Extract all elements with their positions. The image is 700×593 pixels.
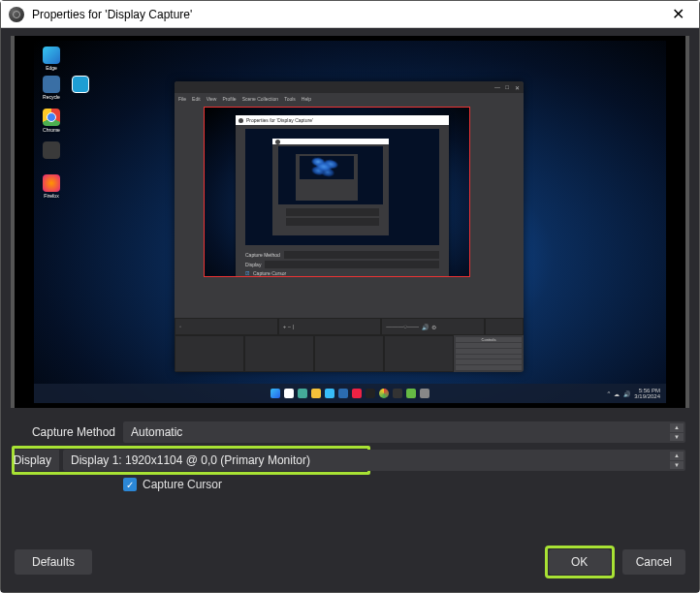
- capture-method-value: Automatic: [131, 425, 182, 439]
- capture-method-row: Capture Method Automatic ▲▼: [15, 421, 685, 443]
- chevron-up-icon[interactable]: ▲: [670, 423, 684, 432]
- display-row-highlighted: Display Display 1: 1920x1104 @ 0,0 (Prim…: [15, 449, 685, 472]
- minimize-icon: —: [494, 84, 500, 90]
- taskbar-icon: [393, 389, 402, 398]
- desktop-icons-row2: Recycle: [40, 76, 92, 109]
- nested-preview: Properties for 'Display Capture': [204, 107, 470, 277]
- display-select-ext[interactable]: ▲▼: [366, 450, 685, 471]
- capture-method-label: Capture Method: [15, 425, 123, 439]
- desktop-icon-recycle: Recycle: [40, 76, 63, 103]
- desktop-icon-firefox: Firefox: [40, 174, 63, 202]
- nested-titlebar: — □ ✕: [175, 81, 524, 93]
- chevron-down-icon[interactable]: ▼: [670, 433, 684, 442]
- defaults-button[interactable]: Defaults: [15, 549, 92, 575]
- chevron-up-icon[interactable]: ▲: [670, 452, 684, 460]
- nested-properties-dialog: Properties for 'Display Capture': [236, 115, 449, 276]
- spin-buttons[interactable]: ▲▼: [670, 452, 684, 469]
- wifi-icon: 🔊: [623, 390, 630, 397]
- chrome-taskbar-icon: [379, 389, 389, 398]
- explorer-icon: [311, 389, 321, 398]
- capture-cursor-checkbox[interactable]: ✓: [123, 478, 137, 491]
- titlebar: Properties for 'Display Capture' ✕: [1, 1, 699, 28]
- nested-menubar: FileEditViewProfileScene CollectionTools…: [175, 93, 524, 105]
- cancel-button[interactable]: Cancel: [622, 549, 685, 575]
- cloud-icon: ☁: [614, 390, 620, 397]
- start-icon: [270, 389, 280, 398]
- edge-icon: [325, 389, 334, 398]
- tray-icon: ^: [607, 390, 610, 396]
- chevron-down-icon[interactable]: ▼: [670, 461, 684, 470]
- ok-button[interactable]: OK: [549, 549, 611, 575]
- preview-container: Edge Chrome Firefox Recycle: [1, 28, 699, 416]
- store-icon: [338, 389, 348, 398]
- maximize-icon: □: [504, 84, 510, 90]
- desktop-icon-app: [40, 141, 63, 169]
- nested-docks: Controls: [175, 335, 524, 372]
- obs-taskbar-icon: [366, 389, 375, 398]
- fields: Capture Method Automatic ▲▼ Display Disp…: [1, 416, 699, 491]
- taskview-icon: [298, 389, 307, 398]
- obs-icon: [9, 7, 24, 22]
- dialog-footer: Defaults OK Cancel: [1, 532, 699, 592]
- spin-buttons[interactable]: ▲▼: [670, 423, 684, 441]
- display-value: Display 1: 1920x1104 @ 0,0 (Primary Moni…: [71, 453, 310, 467]
- taskbar-icon: [420, 389, 430, 398]
- dialog-body: Edge Chrome Firefox Recycle: [1, 28, 699, 592]
- desktop-preview: Edge Chrome Firefox Recycle: [34, 41, 666, 403]
- properties-dialog: Properties for 'Display Capture' ✕ Edge …: [0, 0, 700, 593]
- taskbar: ^ ☁ 🔊 5:56 PM 3/19/2024: [34, 384, 666, 403]
- display-label: Display: [15, 450, 59, 471]
- nested-toolbar: ◦ + − | ———○——🔊⚙: [175, 318, 524, 335]
- display-select[interactable]: Display 1: 1920x1104 @ 0,0 (Primary Moni…: [63, 450, 367, 471]
- window-title: Properties for 'Display Capture': [32, 8, 664, 21]
- capture-cursor-label: Capture Cursor: [143, 478, 222, 491]
- capture-method-select[interactable]: Automatic ▲▼: [123, 421, 685, 443]
- close-icon: ✕: [514, 84, 520, 90]
- capture-preview: Edge Chrome Firefox Recycle: [11, 36, 689, 408]
- tray-date: 3/19/2024: [634, 393, 660, 399]
- taskbar-icon: [352, 389, 362, 398]
- desktop-icon-cmd: [69, 76, 92, 103]
- desktop-icon-edge: Edge: [40, 47, 63, 74]
- close-icon[interactable]: ✕: [664, 5, 691, 23]
- system-tray: ^ ☁ 🔊 5:56 PM 3/19/2024: [607, 384, 660, 403]
- desktop-icons: Edge Chrome Firefox: [40, 47, 63, 207]
- taskbar-icon: [406, 389, 416, 398]
- search-icon: [284, 389, 294, 398]
- capture-cursor-row: ✓ Capture Cursor: [15, 478, 685, 491]
- desktop-icon-chrome: Chrome: [40, 109, 63, 136]
- ok-highlight: OK: [545, 546, 615, 578]
- nested-obs-window: — □ ✕ FileEditViewProfileScene Collectio…: [175, 81, 524, 372]
